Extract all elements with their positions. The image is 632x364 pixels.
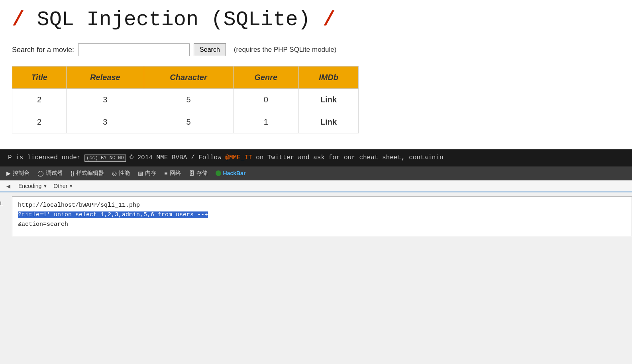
- devtools-memory[interactable]: ▨ 内存: [138, 170, 156, 177]
- cell-title-2: 2: [12, 111, 67, 133]
- col-header-title: Title: [12, 67, 67, 89]
- cell-release-2: 3: [67, 111, 144, 133]
- table-body: 2 3 5 0 Link 2 3 5 1 Link: [12, 89, 359, 133]
- cell-genre-2: 1: [233, 111, 299, 133]
- cell-character-2: 5: [144, 111, 233, 133]
- encoding-arrow-icon: ▼: [43, 184, 47, 188]
- search-row: Search for a movie: Search (requires the…: [12, 43, 620, 56]
- devtools-debugger[interactable]: ◯ 调试器: [37, 170, 63, 177]
- url-left-label: L: [0, 196, 12, 206]
- memory-icon: ▨: [138, 170, 143, 176]
- search-note: (requires the PHP SQLite module): [234, 46, 337, 54]
- encoding-label: Encoding: [18, 183, 41, 189]
- other-arrow-icon: ▼: [69, 184, 73, 188]
- style-label: 样式编辑器: [76, 170, 104, 177]
- storage-icon: 🗄: [189, 170, 194, 176]
- hackbar-dot-icon: [216, 170, 221, 176]
- debugger-icon: ◯: [37, 170, 44, 176]
- footer-text: P is licensed under: [8, 154, 80, 161]
- cell-imdb-1[interactable]: Link: [299, 89, 359, 111]
- copyright-text: © 2014 MME BVBA / Follow: [130, 154, 221, 161]
- col-header-release: Release: [67, 67, 144, 89]
- cell-genre-1: 0: [233, 89, 299, 111]
- console-icon: ▶: [6, 170, 11, 176]
- hackbar-toolbar: ◀ Encoding ▼ Other ▼: [0, 180, 632, 192]
- col-header-genre: Genre: [233, 67, 299, 89]
- devtools-console[interactable]: ▶ 控制台: [6, 170, 29, 177]
- col-header-character: Character: [144, 67, 233, 89]
- search-input[interactable]: [78, 43, 190, 56]
- devtools-style-editor[interactable]: {} 样式编辑器: [71, 170, 104, 177]
- debugger-label: 调试器: [46, 170, 63, 177]
- search-button[interactable]: Search: [194, 43, 226, 56]
- cell-imdb-2[interactable]: Link: [299, 111, 359, 133]
- memory-label: 内存: [145, 170, 156, 177]
- performance-icon: ◎: [112, 170, 117, 176]
- devtools-network[interactable]: ≡ 网络: [164, 170, 181, 177]
- slash-left: /: [12, 8, 24, 31]
- devtools-storage[interactable]: 🗄 存储: [189, 170, 208, 177]
- cell-title-1: 2: [12, 89, 67, 111]
- cell-release-1: 3: [67, 89, 144, 111]
- table-header-row: Title Release Character Genre IMDb: [12, 67, 359, 89]
- console-label: 控制台: [13, 170, 29, 177]
- other-menu[interactable]: Other ▼: [53, 183, 73, 189]
- url-line1: http://localhost/bWAPP/sqli_11.php: [18, 201, 626, 210]
- encoding-menu[interactable]: Encoding ▼: [18, 183, 47, 189]
- results-table: Title Release Character Genre IMDb 2 3 5…: [12, 66, 359, 133]
- title-text: SQL Injection (SQLite): [24, 8, 323, 31]
- arrow-left-icon: ◀: [6, 183, 10, 189]
- url-line3: &action=search: [18, 220, 626, 229]
- slash-right: /: [323, 8, 335, 31]
- cc-badge: (cc) BY-NC-ND: [84, 155, 126, 162]
- footer-bar: P is licensed under (cc) BY-NC-ND © 2014…: [0, 149, 632, 166]
- devtools-bar: ▶ 控制台 ◯ 调试器 {} 样式编辑器 ◎ 性能 ▨ 内存 ≡ 网络 🗄 存储…: [0, 166, 632, 180]
- url-container: L http://localhost/bWAPP/sqli_11.php?tit…: [0, 192, 632, 236]
- network-label: 网络: [170, 170, 181, 177]
- table-row: 2 3 5 1 Link: [12, 111, 359, 133]
- hackbar-label: HackBar: [223, 170, 246, 176]
- main-content: / SQL Injection (SQLite) / Search for a …: [0, 0, 632, 149]
- footer-rest: on Twitter and ask for our cheat sheet, …: [256, 154, 443, 161]
- page-title: / SQL Injection (SQLite) /: [12, 8, 620, 31]
- search-label: Search for a movie:: [12, 46, 74, 54]
- hackbar-url-area[interactable]: http://localhost/bWAPP/sqli_11.php?title…: [12, 196, 632, 236]
- table-row: 2 3 5 0 Link: [12, 89, 359, 111]
- table-header: Title Release Character Genre IMDb: [12, 67, 359, 89]
- other-label: Other: [53, 183, 67, 189]
- col-header-imdb: IMDb: [299, 67, 359, 89]
- cell-character-1: 5: [144, 89, 233, 111]
- url-box-wrapper: http://localhost/bWAPP/sqli_11.php?title…: [12, 196, 632, 236]
- devtools-hackbar[interactable]: HackBar: [216, 170, 246, 176]
- url-line2-selected: ?title=1' union select 1,2,3,admin,5,6 f…: [18, 211, 208, 218]
- storage-label: 存储: [196, 170, 208, 177]
- performance-label: 性能: [119, 170, 130, 177]
- network-icon: ≡: [164, 170, 167, 176]
- devtools-performance[interactable]: ◎ 性能: [112, 170, 130, 177]
- twitter-link[interactable]: @MME_IT: [225, 154, 252, 161]
- style-icon: {}: [71, 170, 74, 176]
